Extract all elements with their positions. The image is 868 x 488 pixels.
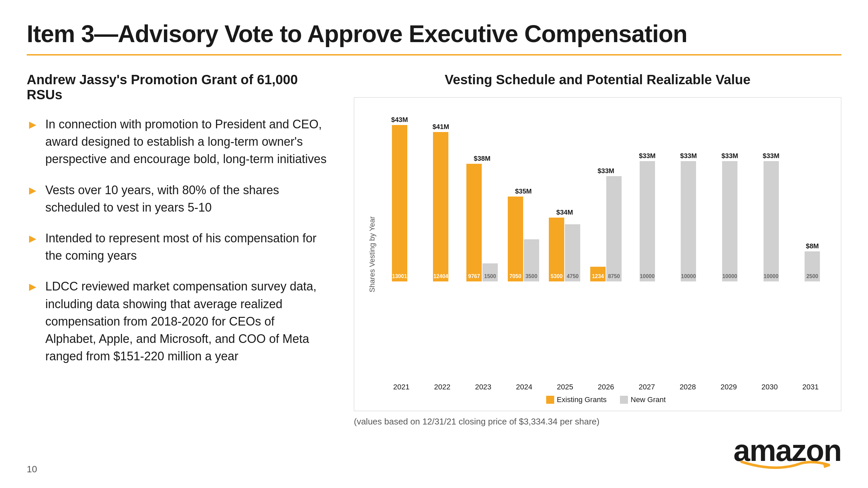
bar-value-label: 7050 <box>509 274 522 280</box>
bullet-arrow-icon: ► <box>27 231 39 247</box>
bar-new: 3500 <box>524 239 539 282</box>
bar-value-label: 8750 <box>608 274 620 280</box>
x-axis-label: 2030 <box>749 383 790 392</box>
bar-top-label: $41M <box>432 123 449 131</box>
x-axis-label: 2024 <box>504 383 545 392</box>
x-axis-label: 2022 <box>422 383 463 392</box>
bar-group: $41M12404 <box>422 108 460 282</box>
bar-value-label: 1500 <box>484 274 496 280</box>
legend-new-color <box>620 396 628 404</box>
bullet-item: ► In connection with promotion to Presid… <box>27 116 327 168</box>
bar-top-label: $35M <box>515 188 532 195</box>
bullet-text: In connection with promotion to Presiden… <box>45 116 327 168</box>
bars-wrapper: 70503500 <box>508 197 539 282</box>
bars-wrapper: 97671500 <box>466 164 498 282</box>
bar-value-label: 10000 <box>722 274 738 280</box>
legend-existing: Existing Grants <box>546 395 607 404</box>
bars-wrapper: 10000 <box>640 161 655 282</box>
bars-wrapper: 10000 <box>722 161 738 282</box>
content-area: Andrew Jassy's Promotion Grant of 61,000… <box>27 72 841 468</box>
bar-group: $33M10000 <box>629 108 666 282</box>
x-axis-label: 2028 <box>668 383 708 392</box>
bars-row: $43M13001$41M12404$38M97671500$35M705035… <box>381 108 831 282</box>
left-panel: Andrew Jassy's Promotion Grant of 61,000… <box>27 72 327 468</box>
bars-wrapper: 10000 <box>764 161 779 282</box>
bars-wrapper: 2500 <box>805 251 820 282</box>
page-title: Item 3—Advisory Vote to Approve Executiv… <box>27 20 841 48</box>
bar-value-label: 5300 <box>551 274 563 280</box>
bar-group: $34M53004750 <box>546 108 584 282</box>
bar-value-label: 1234 <box>592 274 604 280</box>
bar-top-label: $33M <box>680 152 697 160</box>
legend-new: New Grant <box>620 395 666 404</box>
bar-top-label: $33M <box>721 152 738 160</box>
bars-wrapper: 10000 <box>681 161 696 282</box>
legend: Existing Grants New Grant <box>381 395 831 404</box>
bar-value-label: 13001 <box>392 274 407 280</box>
page-number: 10 <box>27 464 37 475</box>
bar-new: 4750 <box>565 224 580 282</box>
bar-new: 1500 <box>483 263 498 282</box>
x-axis: 2021202220232024202520262027202820292030… <box>381 383 831 392</box>
legend-existing-label: Existing Grants <box>557 395 607 404</box>
bar-group: $43M13001 <box>381 108 418 282</box>
bar-top-label: $33M <box>597 167 614 175</box>
bar-existing: 5300 <box>549 218 564 282</box>
bar-existing: 7050 <box>508 197 523 282</box>
bars-wrapper: 13001 <box>392 125 407 282</box>
bar-value-label: 4750 <box>567 274 579 280</box>
page: Item 3—Advisory Vote to Approve Executiv… <box>0 0 868 488</box>
bullet-text: Vests over 10 years, with 80% of the sha… <box>45 181 327 216</box>
bar-top-label: $8M <box>806 242 819 250</box>
bar-value-label: 2500 <box>806 274 818 280</box>
y-axis-label: Shares Vesting by Year <box>368 216 377 292</box>
bullet-text: Intended to represent most of his compen… <box>45 230 327 264</box>
bullet-arrow-icon: ► <box>27 183 39 199</box>
bar-group: $33M10000 <box>670 108 707 282</box>
bar-new: 10000 <box>722 161 738 282</box>
chart-container: Shares Vesting by Year $43M13001$41M1240… <box>354 97 841 411</box>
bar-new: 10000 <box>681 161 696 282</box>
bullet-item: ► Intended to represent most of his comp… <box>27 230 327 264</box>
x-axis-label: 2027 <box>626 383 668 392</box>
title-section: Item 3—Advisory Vote to Approve Executiv… <box>27 20 841 56</box>
section-heading: Andrew Jassy's Promotion Grant of 61,000… <box>27 72 327 102</box>
bar-group: $33M10000 <box>752 108 790 282</box>
bar-new: 2500 <box>805 251 820 282</box>
chart-title: Vesting Schedule and Potential Realizabl… <box>354 72 841 87</box>
bar-group: $8M2500 <box>794 108 831 282</box>
bullet-arrow-icon: ► <box>27 117 39 133</box>
legend-new-label: New Grant <box>631 395 666 404</box>
bar-existing: 1234 <box>590 267 606 282</box>
x-axis-label: 2029 <box>708 383 749 392</box>
bullet-list: ► In connection with promotion to Presid… <box>27 116 327 365</box>
x-axis-label: 2026 <box>586 383 627 392</box>
bar-new: 10000 <box>764 161 779 282</box>
bars-wrapper: 53004750 <box>549 218 580 282</box>
bar-value-label: 9767 <box>468 274 480 280</box>
x-axis-label: 2023 <box>463 383 504 392</box>
chart-footnote: (values based on 12/31/21 closing price … <box>354 417 841 427</box>
legend-existing-color <box>546 396 554 404</box>
bar-group: $38M97671500 <box>463 108 501 282</box>
bars-wrapper: 12404 <box>433 132 448 282</box>
right-panel: Vesting Schedule and Potential Realizabl… <box>354 72 841 468</box>
bar-group: $33M12348750 <box>587 108 625 282</box>
bar-value-label: 12404 <box>433 274 448 280</box>
chart-inner: $43M13001$41M12404$38M97671500$35M705035… <box>381 108 831 379</box>
bullet-item: ► LDCC reviewed market compensation surv… <box>27 278 327 365</box>
bar-existing: 13001 <box>392 125 407 282</box>
bar-existing: 12404 <box>433 132 448 282</box>
bar-value-label: 10000 <box>640 274 655 280</box>
bar-value-label: 3500 <box>525 274 537 280</box>
bar-top-label: $33M <box>763 152 779 160</box>
bar-top-label: $33M <box>639 152 656 160</box>
bullet-arrow-icon: ► <box>27 279 39 295</box>
bars-wrapper: 12348750 <box>590 176 622 282</box>
x-axis-label: 2021 <box>381 383 422 392</box>
bar-top-label: $38M <box>474 155 490 163</box>
bar-value-label: 10000 <box>764 274 778 280</box>
bullet-item: ► Vests over 10 years, with 80% of the s… <box>27 181 327 216</box>
bar-value-label: 10000 <box>681 274 696 280</box>
bar-group: $35M70503500 <box>505 108 542 282</box>
